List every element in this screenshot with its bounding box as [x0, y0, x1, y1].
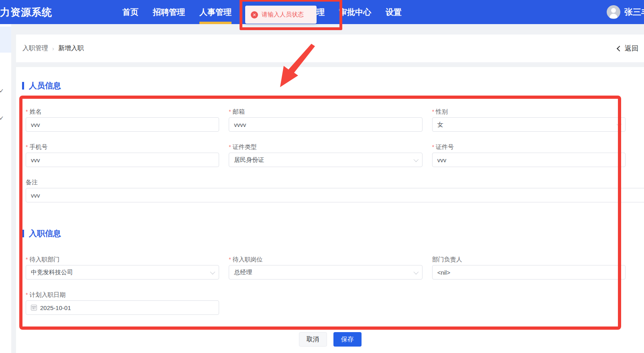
chevron-down-icon — [413, 157, 418, 162]
field-department: *待入职部门 中竞发科技公司 — [26, 255, 219, 280]
error-circle-icon: ✕ — [251, 11, 258, 18]
nav-item-settings[interactable]: 设置 — [386, 0, 402, 24]
onboarding-form-card: 人员信息 *姓名 *邮箱 *性别 女 *手机号 *证件类型 居民身份证 — [16, 67, 644, 353]
nav-item-recruit[interactable]: 招聘管理 — [153, 0, 185, 24]
breadcrumb-separator: › — [52, 45, 54, 52]
field-phone: *手机号 — [26, 143, 219, 167]
nav-item-hr[interactable]: 人事管理 — [199, 0, 232, 24]
user-name: 张三丰 — [624, 6, 644, 18]
field-email: *邮箱 — [229, 107, 422, 132]
section-onboarding-info: 入职信息 — [22, 228, 644, 239]
field-name: *姓名 — [26, 107, 219, 132]
breadcrumb: 入职管理 › 新增入职 — [22, 44, 84, 53]
back-label: 返回 — [625, 44, 638, 53]
chevron-down-icon — [617, 121, 622, 127]
breadcrumb-bar: 入职管理 › 新增入职 返回 — [16, 35, 644, 62]
field-id-type: *证件类型 居民身份证 — [229, 143, 422, 167]
required-asterisk: * — [432, 108, 434, 115]
personnel-grid: *姓名 *邮箱 *性别 女 *手机号 *证件类型 居民身份证 *证件号 — [26, 107, 626, 178]
required-asterisk: * — [26, 256, 28, 263]
select-value: 女 — [437, 121, 443, 129]
required-asterisk: * — [432, 144, 434, 150]
select-value: 总经理 — [234, 269, 252, 276]
field-id-number: *证件号 — [432, 143, 626, 167]
user-menu[interactable]: 张三丰 — [607, 0, 644, 24]
field-label: 备注 — [26, 179, 38, 186]
field-label: 待入职部门 — [29, 256, 59, 263]
field-position: *待入职岗位 总经理 — [229, 255, 422, 280]
department-select[interactable]: 中竞发科技公司 — [26, 265, 219, 280]
chevron-left-icon — [617, 45, 622, 51]
field-label: 邮箱 — [233, 108, 245, 115]
user-avatar-icon — [607, 5, 620, 19]
field-label: 证件类型 — [233, 143, 257, 150]
field-label: 证件号 — [436, 143, 454, 150]
chevron-down-icon — [210, 269, 215, 274]
section-title: 入职信息 — [29, 228, 61, 239]
field-remark: 备注 — [26, 178, 644, 202]
required-asterisk: * — [26, 108, 28, 115]
section-title: 人员信息 — [29, 80, 61, 91]
select-value: 中竞发科技公司 — [31, 269, 73, 276]
field-gender: *性别 女 — [432, 107, 626, 132]
section-personnel-info: 人员信息 — [22, 67, 644, 91]
app-logo-title: 力资源系统 — [0, 6, 52, 19]
required-asterisk: * — [26, 144, 28, 150]
calendar-icon — [31, 305, 37, 310]
field-label: 计划入职日期 — [29, 291, 65, 298]
error-toast: ✕ 请输入人员状态 — [245, 6, 317, 24]
onboarding-grid: *待入职部门 中竞发科技公司 *待入职岗位 总经理 部门负责人 *计划入职日期 … — [26, 255, 626, 326]
collapsed-sidebar: ✓ ✓ — [0, 24, 11, 353]
section-accent-bar — [22, 230, 24, 237]
cancel-button[interactable]: 取消 — [299, 332, 327, 347]
nav-item-home[interactable]: 首页 — [122, 0, 138, 24]
sidebar-chevron-icon[interactable]: ✓ — [0, 115, 4, 121]
gender-select[interactable]: 女 — [432, 117, 626, 132]
sidebar-active-item[interactable] — [0, 27, 11, 53]
id-number-input[interactable] — [432, 153, 626, 167]
section-accent-bar — [22, 82, 24, 90]
field-planned-date: *计划入职日期 2025-10-01 — [26, 290, 219, 315]
required-asterisk: * — [26, 292, 28, 298]
breadcrumb-current: 新增入职 — [58, 44, 84, 53]
field-label: 部门负责人 — [432, 256, 462, 263]
phone-input[interactable] — [26, 153, 219, 167]
id-type-select[interactable]: 居民身份证 — [229, 153, 422, 167]
position-select[interactable]: 总经理 — [229, 265, 422, 280]
breadcrumb-parent[interactable]: 入职管理 — [22, 44, 48, 53]
chevron-down-icon — [413, 269, 418, 274]
required-asterisk: * — [229, 256, 231, 263]
planned-date-picker[interactable]: 2025-10-01 — [26, 300, 219, 315]
field-label: 手机号 — [29, 143, 47, 150]
top-navbar: 力资源系统 首页 招聘管理 人事管理 培训管理 福利管理 审批中心 设置 张三丰 — [0, 0, 644, 24]
email-input[interactable] — [229, 117, 422, 132]
required-asterisk: * — [229, 144, 231, 150]
dept-manager-input[interactable] — [432, 265, 626, 280]
date-value: 2025-10-01 — [40, 304, 71, 311]
field-label: 待入职岗位 — [233, 256, 263, 263]
back-button[interactable]: 返回 — [618, 44, 638, 53]
field-label: 姓名 — [29, 108, 41, 115]
remark-input[interactable] — [26, 188, 644, 202]
toast-message: 请输入人员状态 — [262, 11, 304, 18]
form-actions: 取消 保存 — [16, 332, 644, 347]
save-button[interactable]: 保存 — [333, 332, 362, 347]
field-label: 性别 — [436, 108, 448, 115]
field-dept-manager: 部门负责人 — [432, 255, 626, 280]
sidebar-chevron-icon[interactable]: ✓ — [0, 88, 4, 94]
select-value: 居民身份证 — [234, 156, 264, 164]
nav-item-approval[interactable]: 审批中心 — [339, 0, 371, 24]
required-asterisk: * — [229, 108, 231, 115]
name-input[interactable] — [26, 117, 219, 132]
